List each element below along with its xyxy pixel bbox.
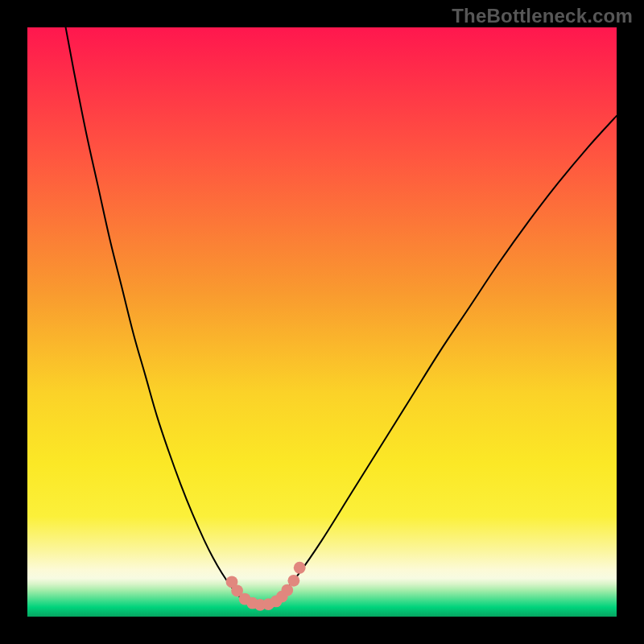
data-point (294, 562, 306, 574)
watermark-text: TheBottleneck.com (452, 5, 633, 27)
data-point (287, 575, 299, 587)
outer-frame: TheBottleneck.com (0, 0, 644, 644)
bottleneck-chart (27, 27, 617, 617)
gradient-background (27, 27, 617, 617)
